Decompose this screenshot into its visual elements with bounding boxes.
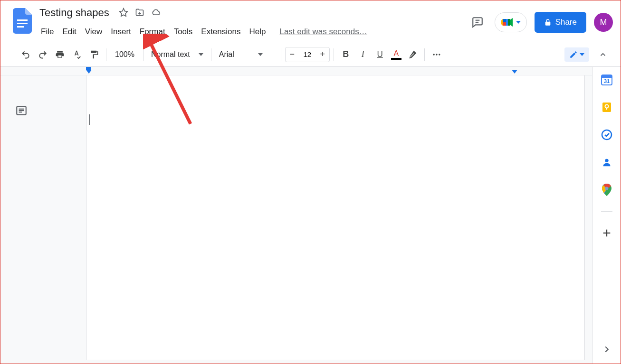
meet-button[interactable] <box>495 12 527 32</box>
docs-logo[interactable] <box>8 4 37 34</box>
separator <box>106 48 106 61</box>
menubar: File Edit View Insert Format Tools Exten… <box>37 23 468 40</box>
svg-point-7 <box>439 54 440 55</box>
print-button[interactable] <box>52 47 68 63</box>
share-button[interactable]: Share <box>535 12 586 33</box>
svg-text:31: 31 <box>603 78 609 84</box>
separator <box>281 48 281 61</box>
svg-point-20 <box>605 187 608 190</box>
svg-point-18 <box>602 130 611 140</box>
keep-icon[interactable] <box>601 101 613 113</box>
font-size-group: − + <box>285 47 330 62</box>
maps-icon[interactable] <box>601 184 613 196</box>
separator <box>334 48 334 61</box>
calendar-icon[interactable]: 31 <box>601 74 613 86</box>
pencil-icon <box>569 50 578 59</box>
svg-rect-15 <box>602 103 611 112</box>
svg-rect-0 <box>17 19 28 21</box>
add-addon-button[interactable] <box>601 227 613 239</box>
font-value: Arial <box>219 50 234 59</box>
menu-edit[interactable]: Edit <box>58 25 80 38</box>
redo-button[interactable] <box>35 47 51 63</box>
svg-point-5 <box>433 54 434 55</box>
lock-icon <box>544 19 552 26</box>
svg-point-19 <box>605 159 608 162</box>
menu-format[interactable]: Format <box>135 25 170 38</box>
zoom-dropdown[interactable]: 100% <box>110 50 139 59</box>
svg-rect-1 <box>17 23 28 24</box>
chevron-down-icon <box>258 53 263 56</box>
text-cursor <box>89 114 90 125</box>
account-avatar[interactable]: M <box>594 13 613 32</box>
zoom-value: 100% <box>115 50 134 59</box>
menu-extensions[interactable]: Extensions <box>197 25 245 38</box>
bold-button[interactable]: B <box>338 47 354 63</box>
style-value: Normal text <box>151 50 190 59</box>
menu-help[interactable]: Help <box>245 25 270 38</box>
collapse-toolbar-button[interactable] <box>595 47 611 63</box>
cloud-status-icon[interactable] <box>151 8 161 19</box>
separator <box>424 48 425 61</box>
spellcheck-button[interactable] <box>69 47 85 63</box>
editing-mode-button[interactable] <box>564 47 589 62</box>
highlight-button[interactable] <box>404 47 420 63</box>
comment-history-button[interactable] <box>468 13 487 32</box>
text-color-button[interactable]: A <box>389 49 403 60</box>
svg-rect-13 <box>602 75 612 78</box>
increase-font-button[interactable]: + <box>316 47 329 62</box>
ruler-right-margin-marker[interactable] <box>512 70 517 74</box>
separator <box>143 48 143 61</box>
paint-format-button[interactable] <box>86 47 102 63</box>
font-dropdown[interactable]: Arial <box>215 50 277 59</box>
move-icon[interactable] <box>135 8 144 19</box>
hide-sidepanel-button[interactable] <box>602 344 612 356</box>
last-edit-link[interactable]: Last edit was seconds… <box>279 27 367 37</box>
tasks-icon[interactable] <box>601 129 613 141</box>
meet-icon <box>501 17 513 28</box>
ruler-left-margin-marker[interactable] <box>86 70 92 74</box>
menu-insert[interactable]: Insert <box>106 25 135 38</box>
separator <box>601 211 612 212</box>
share-label: Share <box>555 18 577 27</box>
document-page[interactable] <box>86 75 585 360</box>
paragraph-style-dropdown[interactable]: Normal text <box>147 50 207 59</box>
outline-toggle-button[interactable] <box>14 103 29 118</box>
more-button[interactable] <box>429 47 445 63</box>
star-icon[interactable] <box>119 8 128 19</box>
decrease-font-button[interactable]: − <box>286 47 299 62</box>
menu-file[interactable]: File <box>37 25 58 38</box>
separator <box>211 48 211 61</box>
menu-view[interactable]: View <box>81 25 107 38</box>
svg-point-6 <box>436 54 437 55</box>
chevron-down-icon <box>199 53 203 56</box>
svg-rect-17 <box>606 108 607 110</box>
undo-button[interactable] <box>18 47 34 63</box>
underline-button[interactable]: U <box>372 47 388 63</box>
contacts-icon[interactable] <box>601 156 613 168</box>
side-panel: 31 <box>592 67 621 364</box>
italic-button[interactable]: I <box>355 47 371 63</box>
font-size-input[interactable] <box>299 50 316 58</box>
menu-tools[interactable]: Tools <box>170 25 197 38</box>
chevron-down-icon <box>580 53 584 56</box>
svg-rect-2 <box>17 26 24 28</box>
chevron-down-icon <box>516 21 521 24</box>
document-title[interactable]: Testing shapes <box>37 6 112 20</box>
toolbar: 100% Normal text Arial − + B I U A <box>0 42 621 67</box>
horizontal-ruler[interactable] <box>0 67 592 75</box>
